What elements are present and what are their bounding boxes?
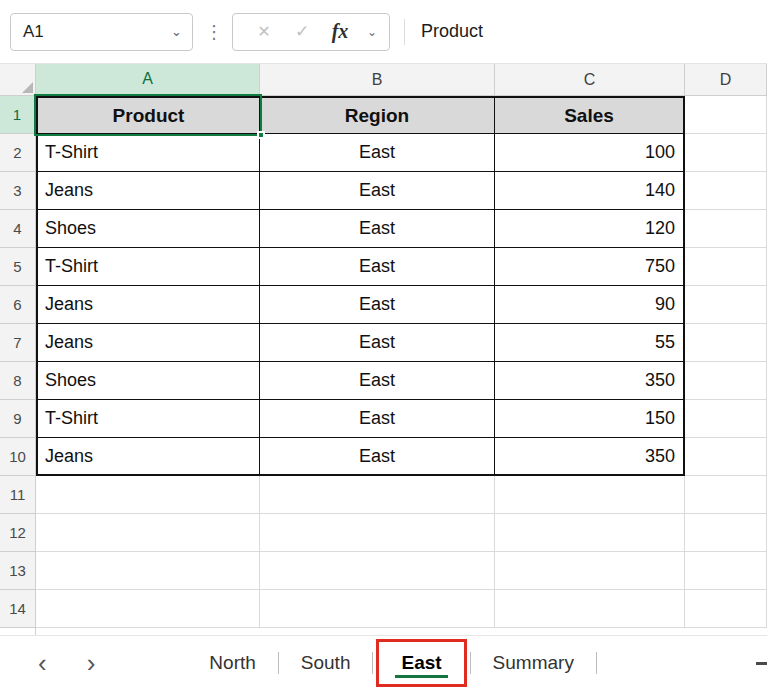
cell-C14[interactable]: [495, 590, 685, 628]
cell-C3[interactable]: 140: [495, 172, 685, 210]
cell-B1[interactable]: Region: [260, 96, 495, 134]
add-sheet-icon[interactable]: [756, 662, 767, 665]
cell-D14[interactable]: [685, 590, 767, 628]
cell-D8[interactable]: [685, 362, 767, 400]
row-header-2[interactable]: 2: [0, 134, 36, 172]
grid-row-14: 14: [0, 590, 767, 628]
row-header-13[interactable]: 13: [0, 552, 36, 590]
cell-B8[interactable]: East: [260, 362, 495, 400]
cell-A13[interactable]: [36, 552, 260, 590]
cell-D4[interactable]: [685, 210, 767, 248]
column-header-c[interactable]: C: [495, 64, 685, 96]
row-header-12[interactable]: 12: [0, 514, 36, 552]
sheet-nav-next-icon[interactable]: ›: [87, 650, 96, 676]
cell-A8[interactable]: Shoes: [36, 362, 260, 400]
cell-C8[interactable]: 350: [495, 362, 685, 400]
cell-A6[interactable]: Jeans: [36, 286, 260, 324]
insert-function-icon[interactable]: fx: [321, 20, 359, 43]
grid-row-10: 10JeansEast350: [0, 438, 767, 476]
cell-A2[interactable]: T-Shirt: [36, 134, 260, 172]
grid-row-12: 12: [0, 514, 767, 552]
cell-B6[interactable]: East: [260, 286, 495, 324]
cell-C7[interactable]: 55: [495, 324, 685, 362]
cell-A14[interactable]: [36, 590, 260, 628]
cell-D13[interactable]: [685, 552, 767, 590]
cell-C10[interactable]: 350: [495, 438, 685, 476]
row-header-7[interactable]: 7: [0, 324, 36, 362]
row-header-14[interactable]: 14: [0, 590, 36, 628]
cell-D7[interactable]: [685, 324, 767, 362]
cell-D6[interactable]: [685, 286, 767, 324]
cell-B14[interactable]: [260, 590, 495, 628]
cell-D9[interactable]: [685, 400, 767, 438]
row-header-5[interactable]: 5: [0, 248, 36, 286]
cell-B13[interactable]: [260, 552, 495, 590]
sheet-tab-label: East: [401, 652, 441, 674]
enter-icon[interactable]: ✓: [283, 21, 321, 42]
cell-B11[interactable]: [260, 476, 495, 514]
cell-A11[interactable]: [36, 476, 260, 514]
cancel-icon[interactable]: ✕: [245, 22, 283, 41]
cell-C1[interactable]: Sales: [495, 96, 685, 134]
row-header-6[interactable]: 6: [0, 286, 36, 324]
cell-D1[interactable]: [685, 96, 767, 134]
row-header-9[interactable]: 9: [0, 400, 36, 438]
cell-C11[interactable]: [495, 476, 685, 514]
cell-B5[interactable]: East: [260, 248, 495, 286]
grid-row-9: 9T-ShirtEast150: [0, 400, 767, 438]
cell-D5[interactable]: [685, 248, 767, 286]
cell-C4[interactable]: 120: [495, 210, 685, 248]
cell-D3[interactable]: [685, 172, 767, 210]
cell-B3[interactable]: East: [260, 172, 495, 210]
cell-A3[interactable]: Jeans: [36, 172, 260, 210]
cell-C2[interactable]: 100: [495, 134, 685, 172]
column-header-d[interactable]: D: [685, 64, 767, 96]
cell-B12[interactable]: [260, 514, 495, 552]
sheet-tab-summary[interactable]: Summary: [471, 636, 596, 689]
cell-A1[interactable]: Product: [36, 96, 260, 134]
sheet-nav-prev-icon[interactable]: ‹: [38, 650, 47, 676]
name-box[interactable]: A1 ⌄: [10, 13, 193, 51]
row-header-10[interactable]: 10: [0, 438, 36, 476]
cell-B4[interactable]: East: [260, 210, 495, 248]
cell-A12[interactable]: [36, 514, 260, 552]
sheet-tab-south[interactable]: South: [279, 636, 373, 689]
cell-C5[interactable]: 750: [495, 248, 685, 286]
drag-handle-icon: ⋮: [205, 21, 223, 43]
cell-D10[interactable]: [685, 438, 767, 476]
grid-row-3: 3JeansEast140: [0, 172, 767, 210]
formula-input[interactable]: Product: [405, 0, 767, 63]
sheet-tab-east[interactable]: East: [379, 642, 463, 684]
sheet-tab-north[interactable]: North: [187, 636, 277, 689]
select-all-corner[interactable]: [0, 64, 36, 96]
cell-B2[interactable]: East: [260, 134, 495, 172]
cell-B7[interactable]: East: [260, 324, 495, 362]
chevron-down-icon[interactable]: ⌄: [367, 25, 377, 39]
row-header-11[interactable]: 11: [0, 476, 36, 514]
cell-B9[interactable]: East: [260, 400, 495, 438]
name-box-value: A1: [23, 22, 44, 42]
cell-C13[interactable]: [495, 552, 685, 590]
column-header-a[interactable]: A: [36, 64, 260, 96]
cell-A7[interactable]: Jeans: [36, 324, 260, 362]
cell-A10[interactable]: Jeans: [36, 438, 260, 476]
sheet-tab-label: South: [301, 652, 351, 674]
row-header-3[interactable]: 3: [0, 172, 36, 210]
cell-D2[interactable]: [685, 134, 767, 172]
cell-D12[interactable]: [685, 514, 767, 552]
cell-A5[interactable]: T-Shirt: [36, 248, 260, 286]
cell-A9[interactable]: T-Shirt: [36, 400, 260, 438]
cell-D11[interactable]: [685, 476, 767, 514]
row-header-8[interactable]: 8: [0, 362, 36, 400]
cell-A4[interactable]: Shoes: [36, 210, 260, 248]
row-header-1[interactable]: 1: [0, 96, 36, 134]
column-header-b[interactable]: B: [260, 64, 495, 96]
spreadsheet-grid: ABCD 1ProductRegionSales2T-ShirtEast1003…: [0, 64, 767, 628]
chevron-down-icon[interactable]: ⌄: [171, 24, 182, 39]
cell-C9[interactable]: 150: [495, 400, 685, 438]
cell-C6[interactable]: 90: [495, 286, 685, 324]
cell-C12[interactable]: [495, 514, 685, 552]
cell-B10[interactable]: East: [260, 438, 495, 476]
row-header-stub: [0, 628, 36, 635]
row-header-4[interactable]: 4: [0, 210, 36, 248]
